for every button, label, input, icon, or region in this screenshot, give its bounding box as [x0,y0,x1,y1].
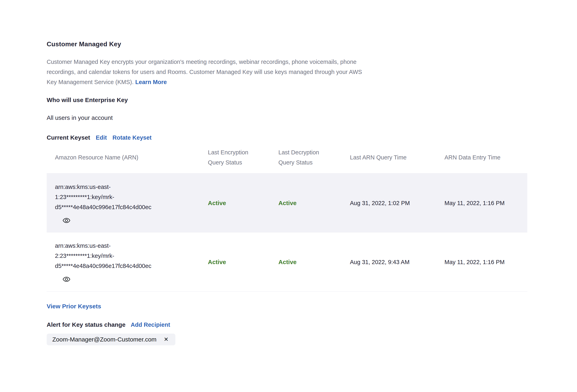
arn-data-entry-time-cell: May 11, 2022, 1:16 PM [444,198,527,208]
status-badge: Active [208,200,226,206]
add-recipient-link[interactable]: Add Recipient [131,321,170,328]
current-keyset-header: Current Keyset Edit Rotate Keyset [47,134,527,141]
arn-text: d5*****4e48a40c996e17fc84c4d00ec [55,202,208,212]
remove-recipient-icon[interactable]: ✕ [164,337,169,342]
alert-heading: Alert for Key status change [47,321,125,328]
recipient-chip: Zoom-Manager@Zoom-Customer.com ✕ [47,334,175,345]
last-arn-query-time-cell: Aug 31, 2022, 9:43 AM [350,257,444,267]
arn-text: arn:aws:kms:us-east- [55,241,208,251]
arn-cell: arn:aws:kms:us-east- 2:23*********1:key/… [47,241,208,283]
column-header-encryption-status: Last Encryption Query Status [208,147,278,168]
page-description: Customer Managed Key encrypts your organ… [47,57,372,87]
column-header-last-arn-query-time: Last ARN Query Time [350,152,444,162]
table-row: arn:aws:kms:us-east- 2:23*********1:key/… [47,233,527,291]
eye-icon [63,218,70,223]
encryption-status-cell: Active [208,259,278,265]
page-description-text: Customer Managed Key encrypts your organ… [47,59,362,85]
keyset-table: Amazon Resource Name (ARN) Last Encrypti… [47,141,527,291]
encryption-status-cell: Active [208,200,278,207]
alert-section-header: Alert for Key status change Add Recipien… [47,321,527,328]
arn-text: 1:23*********1:key/mrk- [55,192,208,202]
status-badge: Active [208,259,226,265]
arn-text: d5*****4e48a40c996e17fc84c4d00ec [55,261,208,271]
who-will-use-heading: Who will use Enterprise Key [47,96,527,104]
arn-data-entry-time-cell: May 11, 2022, 1:16 PM [444,257,527,267]
eye-icon [63,277,70,282]
page-title: Customer Managed Key [47,40,527,48]
customer-managed-key-panel: Customer Managed Key Customer Managed Ke… [0,0,577,345]
reveal-arn-eye-icon[interactable] [63,218,70,223]
arn-cell: arn:aws:kms:us-east- 1:23*********1:key/… [47,182,208,224]
column-header-decryption-status: Last Decryption Query Status [278,147,350,168]
status-badge: Active [278,259,297,265]
keyset-table-header: Amazon Resource Name (ARN) Last Encrypti… [47,141,527,174]
view-prior-keysets-link[interactable]: View Prior Keysets [47,303,101,310]
table-row: arn:aws:kms:us-east- 1:23*********1:key/… [47,174,527,233]
column-header-arn-data-entry-time: ARN Data Entry Time [444,152,527,162]
current-keyset-heading: Current Keyset [47,134,90,141]
edit-keyset-link[interactable]: Edit [96,134,107,141]
learn-more-link[interactable]: Learn More [135,79,167,85]
decryption-status-cell: Active [278,259,350,265]
column-header-arn: Amazon Resource Name (ARN) [47,152,208,162]
rotate-keyset-link[interactable]: Rotate Keyset [112,134,151,141]
arn-text: 2:23*********1:key/mrk- [55,251,208,261]
arn-text: arn:aws:kms:us-east- [55,182,208,192]
decryption-status-cell: Active [278,200,350,207]
recipient-email: Zoom-Manager@Zoom-Customer.com [52,336,157,343]
who-will-use-value: All users in your account [47,114,527,121]
reveal-arn-eye-icon[interactable] [63,277,70,282]
status-badge: Active [278,200,297,206]
last-arn-query-time-cell: Aug 31, 2022, 1:02 PM [350,198,444,208]
